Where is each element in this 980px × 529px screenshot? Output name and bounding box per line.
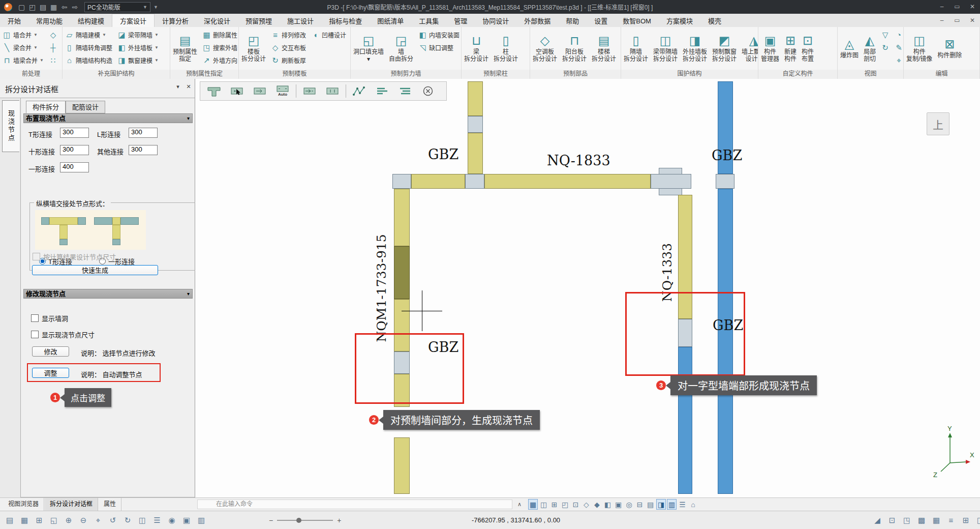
- ribbon-button-柱拆分设计[interactable]: ▯柱拆分设计: [491, 27, 520, 70]
- shrink-node-icon[interactable]: [323, 83, 342, 99]
- ribbon-tab-预留预埋[interactable]: 预留预埋: [238, 14, 280, 27]
- bottom-tab-视图浏览器[interactable]: 视图浏览器: [3, 498, 44, 511]
- view-icon-1[interactable]: ◢: [872, 514, 883, 526]
- view-icon-2[interactable]: ⊡: [886, 514, 898, 526]
- doc-minimize-icon[interactable]: –: [934, 14, 950, 27]
- section-header-modify[interactable]: 修改现浇节点▾: [23, 289, 193, 299]
- snap-icon-14[interactable]: ▥: [196, 514, 207, 526]
- snap-icon-9[interactable]: ↻: [122, 514, 133, 526]
- field-input-T形连接[interactable]: 300: [60, 128, 89, 138]
- view-icon-3[interactable]: ◳: [901, 514, 912, 526]
- bottom-tab-拆分设计对话框[interactable]: 拆分设计对话框: [45, 498, 98, 511]
- ribbon-button-隔墙转角调整[interactable]: ▯隔墙转角调整: [63, 41, 115, 54]
- view-option-icon-1[interactable]: ▦: [528, 499, 538, 510]
- command-input[interactable]: 在此输入命令: [197, 499, 512, 509]
- move-node-icon[interactable]: [250, 83, 269, 99]
- ribbon-button-构件删除[interactable]: ⊠构件删除: [935, 27, 964, 70]
- field-input-十形连接[interactable]: 300: [60, 145, 89, 155]
- view-option-icon-13[interactable]: ◨: [656, 499, 666, 510]
- ribbon-button-隔墙拆分设计[interactable]: ▯隔墙拆分设计: [621, 27, 651, 70]
- undo-icon[interactable]: ⇦: [59, 3, 70, 11]
- view-option-icon-8[interactable]: ◧: [603, 499, 612, 510]
- cast-node[interactable]: [392, 174, 411, 189]
- view-option-icon-16[interactable]: ⌂: [688, 499, 698, 510]
- ribbon-button-缺口调整[interactable]: ◹缺口调整: [416, 41, 462, 54]
- snap-icon-6[interactable]: ⊖: [78, 514, 89, 526]
- ribbon-button-凹槽设计[interactable]: ◖凹槽设计: [309, 28, 349, 41]
- ribbon-button-楼板拆分设计[interactable]: ◰楼板拆分设计: [239, 27, 268, 70]
- select-node-icon[interactable]: [227, 83, 247, 99]
- ribbon-tab-协同设计[interactable]: 协同设计: [475, 14, 516, 27]
- ribbon-button-icon[interactable]: ◇: [46, 28, 60, 41]
- ribbon-tab-帮助[interactable]: 帮助: [558, 14, 587, 27]
- zoom-slider-thumb[interactable]: [296, 518, 301, 523]
- array-bottom-icon[interactable]: [395, 83, 415, 99]
- drawing-canvas[interactable]: Auto 上 GBZ NQ-1833 GBZ NQM1-1733-915 NQ-…: [195, 79, 980, 497]
- view-option-icon-5[interactable]: ⊡: [571, 499, 580, 510]
- ribbon-button-梁带隔墙[interactable]: ◪梁带隔墙▼: [115, 28, 161, 41]
- cast-node-tab[interactable]: [659, 188, 682, 195]
- ribbon-tab-深化设计[interactable]: 深化设计: [196, 14, 238, 27]
- snap-icon-13[interactable]: ▣: [181, 514, 192, 526]
- ribbon-button-洞口填充墙[interactable]: ◱洞口填充墙▾: [351, 27, 386, 70]
- ribbon-tab-常用功能[interactable]: 常用功能: [28, 14, 70, 27]
- t-junction-node-icon[interactable]: [204, 83, 224, 99]
- adjust-button[interactable]: 调整: [32, 368, 69, 378]
- view-option-icon-11[interactable]: ⊟: [635, 499, 645, 510]
- ribbon-button-隔墙结构构造[interactable]: ⌂隔墙结构构造: [63, 54, 115, 67]
- cast-node[interactable]: [716, 174, 734, 189]
- ribbon-tab-管理[interactable]: 管理: [446, 14, 475, 27]
- ribbon-button-梁带隔墙拆分设计[interactable]: ◫梁带隔墙拆分设计: [651, 27, 680, 70]
- wall-segment[interactable]: [394, 437, 410, 494]
- ribbon-tab-外部数据[interactable]: 外部数据: [516, 14, 558, 27]
- ribbon-tab-施工设计[interactable]: 施工设计: [280, 14, 321, 27]
- minimize-icon[interactable]: –: [934, 0, 950, 14]
- ribbon-button-阳台板拆分设计[interactable]: ⊓阳台板拆分设计: [560, 27, 589, 70]
- view-option-icon-4[interactable]: ◰: [560, 499, 570, 510]
- ribbon-tab-数智BOM[interactable]: 数智BOM: [615, 14, 659, 27]
- view-option-icon-12[interactable]: ▤: [646, 499, 655, 510]
- save-icon[interactable]: ▤: [38, 3, 48, 11]
- ribbon-tab-设置[interactable]: 设置: [587, 14, 615, 27]
- modify-button[interactable]: 修改: [32, 346, 69, 357]
- view-option-icon-7[interactable]: ◆: [592, 499, 602, 510]
- ribbon-button-墙合并[interactable]: ◫墙合并▼: [0, 28, 46, 41]
- ribbon-tab-图纸清单[interactable]: 图纸清单: [370, 14, 411, 27]
- quickbar-overflow-icon[interactable]: ▼: [154, 5, 158, 10]
- ribbon-button-搜索外墙[interactable]: ◳搜索外墙: [200, 41, 239, 54]
- cast-node[interactable]: [465, 174, 484, 189]
- ribbon-button-外墙方向[interactable]: ↗外墙方向: [200, 54, 239, 67]
- section-header-layout[interactable]: 布置现浇节点▾: [23, 113, 193, 123]
- ribbon-button-删除属性[interactable]: ▦删除属性: [200, 28, 239, 41]
- wall-segment-nq1833[interactable]: [484, 174, 651, 189]
- ribbon-button-梁拆分设计[interactable]: ⊔梁拆分设计: [462, 27, 491, 70]
- ribbon-button-内墙安装面[interactable]: ◧内墙安装面▼: [416, 28, 462, 41]
- edition-dropdown[interactable]: PC全功能版 ▼: [84, 2, 150, 12]
- ribbon-tab-开始[interactable]: 开始: [0, 14, 28, 27]
- wall-segment-selected[interactable]: [394, 246, 410, 299]
- ribbon-button-空调板拆分设计[interactable]: ◇空调板拆分设计: [530, 27, 560, 70]
- field-input-其他连接[interactable]: 300: [129, 145, 158, 155]
- view-option-icon-14[interactable]: ▥: [667, 499, 677, 510]
- ribbon-button-刷新板厚[interactable]: ↻刷新板厚: [268, 54, 309, 67]
- ribbon-button-预制飘窗拆分设计[interactable]: ◩预制飘窗拆分设计: [710, 27, 739, 70]
- doc-close-icon[interactable]: ✕: [965, 14, 980, 27]
- command-collapse-icon[interactable]: ∧: [514, 499, 525, 509]
- ribbon-button-构件管理器[interactable]: ▣构件管理器: [758, 27, 782, 70]
- zoom-out-icon[interactable]: −: [269, 516, 273, 524]
- ribbon-button-外挂墙板[interactable]: ◧外挂墙板▼: [115, 41, 161, 54]
- view-option-icon-9[interactable]: ▣: [614, 499, 623, 510]
- field-input-L形连接[interactable]: 300: [129, 128, 158, 138]
- snap-icon-8[interactable]: ↺: [107, 514, 118, 526]
- ribbon-button-交互布板[interactable]: ◇交互布板: [268, 41, 309, 54]
- wall-segment[interactable]: [394, 189, 410, 246]
- ribbon-button-墙上飘板设计[interactable]: ◮墙上飘板设计 ▾: [739, 27, 758, 70]
- ribbon-button-icon[interactable]: ┼: [46, 41, 60, 54]
- ribbon-tab-计算分析[interactable]: 计算分析: [155, 14, 196, 27]
- polyline-icon[interactable]: [350, 83, 369, 99]
- zoom-slider[interactable]: − +: [269, 511, 341, 529]
- dialog-close-icon[interactable]: ✕: [184, 83, 193, 90]
- ribbon-button-icon[interactable]: ⌖: [892, 54, 904, 67]
- ribbon-button-墙梁合并[interactable]: ⊓墙梁合并▼: [0, 54, 46, 67]
- snap-icon-2[interactable]: ▦: [19, 514, 30, 526]
